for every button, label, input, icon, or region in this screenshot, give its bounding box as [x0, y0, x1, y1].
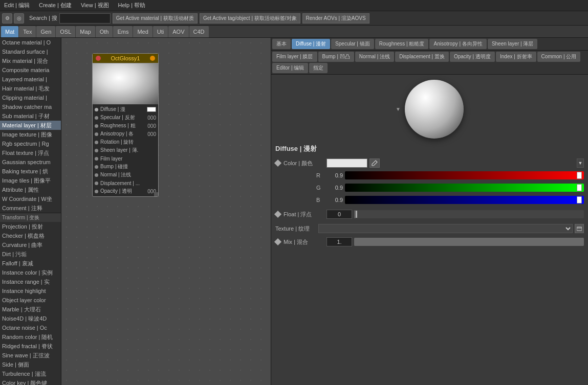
sidebar-item-curvature[interactable]: Curvature | 曲率	[0, 240, 61, 250]
sidebar-item-color-key[interactable]: Color key | 颜色键	[0, 378, 61, 385]
right-tab-editor[interactable]: Editor | 编辑	[272, 63, 308, 73]
tab-ems[interactable]: Ems	[113, 26, 133, 37]
right-tab-specular[interactable]: Specular | 镜面	[331, 39, 374, 49]
sidebar-item-rgb-spectrum[interactable]: Rgb spectrum | Rg	[0, 139, 61, 148]
node-port-anisotropy[interactable]: Anisotropy | 各 000	[93, 130, 158, 138]
node-resize-handle[interactable]	[154, 192, 158, 196]
float-value-box[interactable]: 0	[326, 210, 352, 219]
node-port-opacity[interactable]: Opacity | 透明 000	[93, 187, 158, 195]
sidebar-item-standard-surface[interactable]: Standard surface |	[0, 47, 61, 56]
sidebar-item-shadow-catcher[interactable]: Shadow catcher ma	[0, 102, 61, 111]
float-slider[interactable]	[354, 210, 584, 218]
sidebar-item-material-layer[interactable]: Material layer | 材层	[0, 121, 61, 130]
right-tab-bump[interactable]: Bump | 凹凸	[318, 52, 354, 62]
right-tab-sheen-layer[interactable]: Sheen layer | 薄层	[488, 39, 538, 49]
sidebar-item-ridged-fractal[interactable]: Ridged fractal | 脊状	[0, 342, 61, 351]
tab-aov[interactable]: AOV	[168, 26, 188, 37]
sidebar-item-hair-material[interactable]: Hair material | 毛发	[0, 84, 61, 93]
tab-oth[interactable]: Oth	[96, 26, 113, 37]
sidebar-item-baking-texture[interactable]: Baking texture | 烘	[0, 167, 61, 176]
g-slider[interactable]	[345, 184, 584, 192]
menu-edit[interactable]: Edit | 编辑	[2, 1, 32, 10]
sidebar-item-clipping-material[interactable]: Clipping material |	[0, 93, 61, 102]
get-active-tag-button[interactable]: Get Active tag/object | 获取活动标签/对象	[200, 13, 300, 24]
sidebar-item-octane-noise[interactable]: Octane noise | Oc	[0, 323, 61, 332]
search-input[interactable]	[59, 13, 111, 24]
sidebar-item-octane-material[interactable]: Octane material | O	[0, 38, 61, 47]
right-tab-roughness[interactable]: Roughness | 粗糙度	[375, 39, 429, 49]
right-tab-diffuse[interactable]: Diffuse | 漫射	[292, 39, 330, 49]
node-port-displacement[interactable]: Displacement | ...	[93, 179, 158, 187]
sidebar-item-composite-material[interactable]: Composite materia	[0, 65, 61, 75]
toolbar-icon-1[interactable]: ⚙	[2, 13, 12, 24]
sidebar-item-projection[interactable]: Projection | 投射	[0, 222, 61, 231]
sidebar-item-object-layer-color[interactable]: Object layer color	[0, 296, 61, 305]
sidebar-item-checker[interactable]: Checker | 棋盘格	[0, 231, 61, 240]
menu-create[interactable]: Create | 创建	[37, 1, 74, 10]
sidebar-item-float-texture[interactable]: Float texture | 浮点	[0, 148, 61, 157]
texture-file-button[interactable]	[575, 224, 584, 233]
sidebar-item-marble[interactable]: Marble | 大理石	[0, 305, 61, 314]
menu-help[interactable]: Help | 帮助	[116, 1, 148, 10]
sidebar-item-layered-material[interactable]: Layered material |	[0, 75, 61, 84]
right-tab-index[interactable]: Index | 折射率	[496, 52, 536, 62]
right-tab-basic[interactable]: 基本	[272, 39, 291, 49]
right-tab-displacement[interactable]: Displacement | 置换	[395, 52, 449, 62]
node-port-specular[interactable]: Specular | 反射 000	[93, 114, 158, 122]
color-edit-button[interactable]	[369, 158, 380, 168]
texture-select[interactable]	[318, 224, 573, 233]
right-tab-film-layer[interactable]: Film layer | 膜层	[272, 52, 317, 62]
tab-osl[interactable]: OSL	[56, 26, 75, 37]
mix-slider[interactable]	[354, 238, 584, 246]
sidebar-item-gaussian-spectrum[interactable]: Gaussian spectrum	[0, 157, 61, 167]
sidebar-item-dirt[interactable]: Dirt | 污垢	[0, 250, 61, 259]
sidebar-item-turbulence[interactable]: Turbulence | 湍流	[0, 369, 61, 378]
node-port-film-layer[interactable]: Film layer	[93, 154, 158, 163]
sidebar-item-comment[interactable]: Comment | 注释	[0, 203, 61, 213]
sidebar-item-attribute[interactable]: Attribute | 属性	[0, 185, 61, 194]
tab-med[interactable]: Med	[133, 26, 152, 37]
tab-uti[interactable]: Uti	[153, 26, 168, 37]
get-active-material-button[interactable]: Get Active material | 获取活动材质	[113, 13, 198, 24]
toolbar-icon-2[interactable]: ◎	[14, 13, 24, 24]
sidebar-item-mix-material[interactable]: Mix material | 混合	[0, 56, 61, 65]
tab-gen[interactable]: Gen	[36, 26, 55, 37]
sidebar-item-w-coordinate[interactable]: W Coordinate | W坐	[0, 194, 61, 203]
right-tab-normal[interactable]: Normal | 法线	[355, 52, 394, 62]
node-header[interactable]: OctGlossy1	[93, 54, 158, 63]
r-slider[interactable]	[345, 171, 584, 179]
right-tab-assign[interactable]: 指定	[309, 63, 328, 73]
node-port-normal[interactable]: Normal | 法线	[93, 171, 158, 179]
tab-mat[interactable]: Mat	[1, 26, 18, 37]
tab-tex[interactable]: Tex	[19, 26, 36, 37]
node-port-rotation[interactable]: Rotation | 旋转	[93, 138, 158, 146]
sidebar-item-random-color[interactable]: Random color | 随机	[0, 332, 61, 342]
node-port-roughness[interactable]: Roughness | 粗 000	[93, 122, 158, 130]
sidebar-item-image-texture[interactable]: Image texture | 图像	[0, 130, 61, 139]
node-port-sheen-layer[interactable]: Sheen layer | 薄.	[93, 146, 158, 154]
canvas-area[interactable]: OctGlossy1 Diffuse | 漫 Specular | 反射 000	[61, 38, 271, 385]
sidebar-item-side[interactable]: Side | 侧面	[0, 360, 61, 369]
render-aovs-button[interactable]: Render AOVs | 渲染AOVS	[302, 13, 369, 24]
sidebar-item-image-tiles[interactable]: Image tiles | 图像平	[0, 176, 61, 185]
color-swatch[interactable]	[326, 158, 367, 168]
node-port-bump[interactable]: Bump | 碰撞	[93, 163, 158, 171]
menu-view[interactable]: View | 视图	[79, 1, 111, 10]
collapse-arrow[interactable]: ▼	[396, 106, 401, 112]
node-port-diffuse[interactable]: Diffuse | 漫	[93, 105, 158, 114]
sidebar-item-sub-material[interactable]: Sub material | 子材	[0, 111, 61, 121]
color-expand-button[interactable]: ▼	[577, 158, 584, 168]
sidebar-item-instance-highlight[interactable]: Instance highlight	[0, 286, 61, 296]
b-slider[interactable]	[345, 196, 584, 204]
mix-value-box[interactable]: 1.	[326, 237, 352, 246]
right-tab-common[interactable]: Common | 公用	[537, 52, 581, 62]
sidebar-item-instance-range[interactable]: Instance range | 实	[0, 277, 61, 286]
sidebar-item-transform[interactable]: Transform | 变换	[0, 213, 61, 222]
sidebar-item-sine-wave[interactable]: Sine wave | 正弦波	[0, 351, 61, 360]
tab-c4d[interactable]: C4D	[189, 26, 209, 37]
sidebar-item-noise4d[interactable]: Noise4D | 噪波4D	[0, 314, 61, 323]
right-tab-opacity[interactable]: Opacity | 透明度	[450, 52, 495, 62]
sidebar-item-instance-color[interactable]: Instance color | 实例	[0, 268, 61, 277]
sidebar-item-falloff[interactable]: Falloff | 衰减	[0, 259, 61, 268]
right-tab-anisotropy[interactable]: Anisotropy | 各向异性	[429, 39, 486, 49]
